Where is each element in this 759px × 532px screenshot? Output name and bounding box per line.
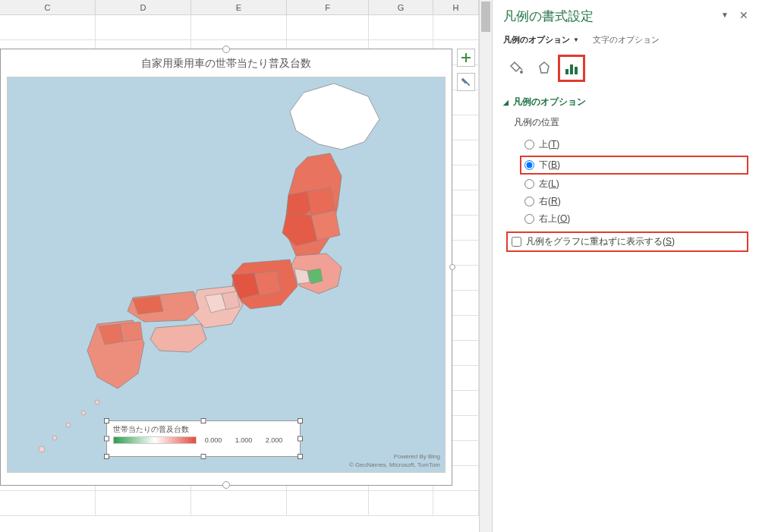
resize-handle-right[interactable] <box>449 264 455 270</box>
fill-outline-icon[interactable] <box>503 55 531 82</box>
col-header-h[interactable]: H <box>433 0 479 14</box>
col-header-d[interactable]: D <box>96 0 191 14</box>
attribution-line1: Powered By Bing <box>349 453 440 461</box>
chart-title[interactable]: 自家用乗用車の世帯当たり普及台数 <box>1 49 452 77</box>
svg-rect-8 <box>575 67 578 74</box>
chart-container[interactable]: 自家用乗用車の世帯当たり普及台数 <box>0 49 452 486</box>
radio-position-left[interactable]: 左(L) <box>524 178 748 190</box>
radio-position-topright[interactable]: 右上(O) <box>524 212 748 225</box>
chart-styles-button[interactable] <box>457 73 475 91</box>
column-headers: C D E F G H <box>0 0 492 15</box>
map-attribution: Powered By Bing © GeoNames, Microsoft, T… <box>349 453 440 469</box>
chart-legend[interactable]: 世帯当たりの普及台数 0.000 1.000 2.000 <box>106 420 301 457</box>
legend-handle[interactable] <box>104 454 109 459</box>
legend-handle[interactable] <box>201 454 206 459</box>
radio-position-top[interactable]: 上(T) <box>524 138 748 151</box>
chart-options-icon[interactable] <box>558 55 585 82</box>
col-header-e[interactable]: E <box>191 0 287 14</box>
chart-elements-button[interactable] <box>457 49 475 67</box>
legend-values: 0.000 1.000 2.000 <box>201 436 286 444</box>
legend-handle[interactable] <box>201 418 206 423</box>
legend-handle[interactable] <box>298 418 303 423</box>
legend-label: 世帯当たりの普及台数 <box>113 424 294 435</box>
dropdown-arrow-icon: ▼ <box>573 36 579 43</box>
svg-rect-6 <box>565 69 568 74</box>
legend-handle[interactable] <box>104 418 109 423</box>
radio-position-bottom[interactable]: 下(B) <box>520 156 748 175</box>
svg-rect-7 <box>570 65 573 74</box>
svg-point-4 <box>95 400 99 405</box>
col-header-f[interactable]: F <box>287 0 369 14</box>
col-header-c[interactable]: C <box>0 0 96 14</box>
scrollbar-thumb[interactable] <box>481 2 490 32</box>
section-legend-options[interactable]: ◢ 凡例のオプション <box>503 96 748 109</box>
panel-dropdown-icon[interactable]: ▼ <box>721 11 729 19</box>
vertical-scrollbar[interactable] <box>479 0 492 532</box>
panel-title: 凡例の書式設定 <box>503 8 748 25</box>
checkbox-no-overlap[interactable]: 凡例をグラフに重ねずに表示する(S) <box>506 231 748 252</box>
japan-map <box>8 77 445 472</box>
tab-legend-options[interactable]: 凡例のオプション ▼ <box>503 34 579 46</box>
col-header-g[interactable]: G <box>369 0 433 14</box>
radio-position-right[interactable]: 右(R) <box>524 195 748 208</box>
effects-icon[interactable] <box>531 55 558 82</box>
map-area[interactable]: Powered By Bing © GeoNames, Microsoft, T… <box>7 77 446 473</box>
svg-point-5 <box>520 71 523 74</box>
expand-arrow-icon: ◢ <box>503 99 509 106</box>
format-legend-panel: 凡例の書式設定 ▼ ✕ 凡例のオプション ▼ 文字のオプション ◢ <box>492 0 759 532</box>
svg-point-2 <box>66 423 71 427</box>
chart-floating-buttons <box>457 49 475 91</box>
legend-gradient-bar <box>113 436 197 444</box>
svg-point-1 <box>52 436 57 440</box>
legend-handle[interactable] <box>104 436 109 442</box>
svg-point-3 <box>81 411 86 415</box>
legend-handle[interactable] <box>298 454 303 459</box>
svg-point-0 <box>39 446 45 452</box>
attribution-line2: © GeoNames, Microsoft, TomTom <box>349 461 440 469</box>
spreadsheet-area: C D E F G H <box>0 0 492 532</box>
tab-text-options[interactable]: 文字のオプション <box>593 34 660 46</box>
panel-close-button[interactable]: ✕ <box>739 9 748 21</box>
position-label: 凡例の位置 <box>514 116 748 129</box>
legend-handle[interactable] <box>298 436 303 442</box>
